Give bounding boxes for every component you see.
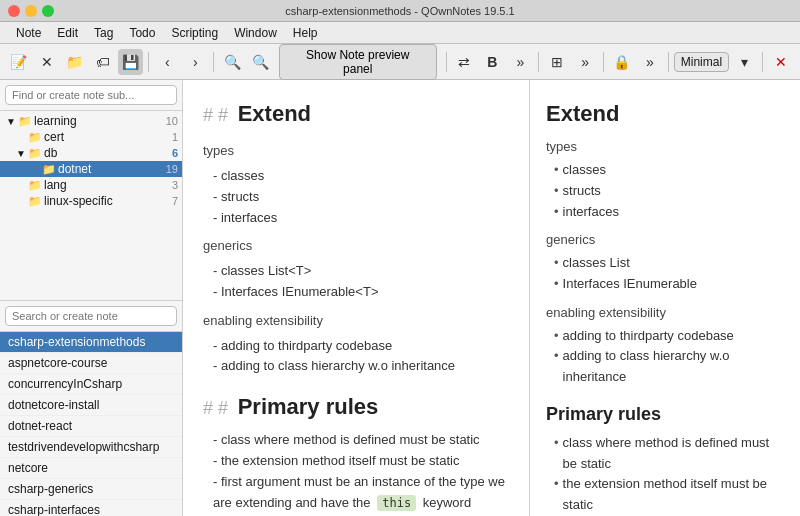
editor-section3: enabling extensibility (203, 311, 509, 332)
minimize-button[interactable] (25, 5, 37, 17)
close-panel-button[interactable]: ✕ (768, 49, 794, 75)
forward-button[interactable]: › (182, 49, 208, 75)
separator-6 (668, 52, 669, 72)
editor-title2-line: # # Primary rules (203, 389, 509, 424)
preview-bullet: classes List (546, 253, 784, 274)
menu-window[interactable]: Window (226, 24, 285, 42)
editor-list-item: - classes (203, 166, 509, 187)
note-item-dotnet-react[interactable]: dotnet-react (0, 416, 182, 437)
bold-button[interactable]: B (479, 49, 505, 75)
preview-bullet: structs (546, 181, 784, 202)
menu-todo[interactable]: Todo (121, 24, 163, 42)
remove-note-button[interactable]: ✕ (34, 49, 60, 75)
show-preview-button[interactable]: Show Note preview panel (279, 44, 437, 80)
preview-bullet: classes (546, 160, 784, 181)
preview-rule2: the extension method itself must be stat… (546, 474, 784, 516)
editor-area[interactable]: # # Extend types - classes - structs - i… (183, 80, 530, 516)
editor-title2: Primary rules (238, 394, 379, 419)
separator-2 (213, 52, 214, 72)
note-item-netcore[interactable]: netcore (0, 458, 182, 479)
preview-rule1: class where method is defined must be st… (546, 433, 784, 475)
tree-search-input[interactable] (5, 85, 177, 105)
notes-list-wrapper: csharp-extensionmethods aspnetcore-cours… (0, 332, 182, 517)
arrows-button[interactable]: ⇄ (452, 49, 478, 75)
notes-list: csharp-extensionmethods aspnetcore-cours… (0, 332, 182, 517)
editor-this-keyword: this (377, 495, 416, 511)
tree-item-linux[interactable]: 📁 linux-specific 7 (0, 193, 182, 209)
folder-icon: 📁 (28, 147, 42, 160)
preview-bullet: adding to thirdparty codebase (546, 326, 784, 347)
tree-label: dotnet (58, 162, 162, 176)
toggle-icon: ▼ (4, 116, 18, 127)
note-item-concurrency[interactable]: concurrencyInCsharp (0, 374, 182, 395)
preview-title2: Primary rules (546, 400, 784, 429)
preview-section1: types (546, 137, 784, 158)
editor-list-item: - classes List<T> (203, 261, 509, 282)
folder-icon: 📁 (42, 163, 56, 176)
tree-item-db[interactable]: ▼ 📁 db 6 (0, 145, 182, 161)
separator-4 (538, 52, 539, 72)
tree-item-lang[interactable]: 📁 lang 3 (0, 177, 182, 193)
toggle-icon: ▼ (14, 148, 28, 159)
note-item-testdriven[interactable]: testdrivendevelopwithcsharp (0, 437, 182, 458)
preview-bullet: interfaces (546, 202, 784, 223)
tree-item-cert[interactable]: 📁 cert 1 (0, 129, 182, 145)
editor-title: Extend (238, 101, 311, 126)
more3-button[interactable]: » (637, 49, 663, 75)
titlebar: csharp-extensionmethods - QOwnNotes 19.5… (0, 0, 800, 22)
tree-count: 19 (166, 163, 178, 175)
menu-tag[interactable]: Tag (86, 24, 121, 42)
editor-rule3: - first argument must be an instance of … (203, 472, 509, 516)
tree-label: linux-specific (44, 194, 168, 208)
editor-hash2: # # (203, 398, 228, 418)
note-item-aspnetcore[interactable]: aspnetcore-course (0, 353, 182, 374)
save-button[interactable]: 💾 (118, 49, 144, 75)
zoom-out-button[interactable]: 🔍 (219, 49, 245, 75)
tree-count: 1 (172, 131, 178, 143)
tree-label: db (44, 146, 168, 160)
columns-button[interactable]: ⊞ (544, 49, 570, 75)
preview-bullet: Interfaces IEnumerable (546, 274, 784, 295)
preview-list3: adding to thirdparty codebase adding to … (546, 326, 784, 388)
tree-label: lang (44, 178, 168, 192)
menu-edit[interactable]: Edit (49, 24, 86, 42)
preview-section2: generics (546, 230, 784, 251)
tree-label: learning (34, 114, 162, 128)
note-item-csharp-interfaces[interactable]: csharp-interfaces (0, 500, 182, 517)
new-note-button[interactable]: 📝 (6, 49, 32, 75)
preview-bullet: adding to class hierarchy w.o inheritanc… (546, 346, 784, 388)
close-button[interactable] (8, 5, 20, 17)
tree-count: 3 (172, 179, 178, 191)
back-button[interactable]: ‹ (154, 49, 180, 75)
preview-area: Extend types classes structs interfaces … (530, 80, 800, 516)
folder-button[interactable]: 📁 (62, 49, 88, 75)
main-content: ▼ 📁 learning 10 📁 cert 1 ▼ 📁 db 6 (0, 80, 800, 516)
notes-search-bar (0, 300, 182, 332)
separator-3 (446, 52, 447, 72)
tree-item-learning[interactable]: ▼ 📁 learning 10 (0, 113, 182, 129)
tree-item-dotnet[interactable]: 📁 dotnet 19 (0, 161, 182, 177)
more2-button[interactable]: » (572, 49, 598, 75)
lock-button[interactable]: 🔒 (609, 49, 635, 75)
editor-list-item: - adding to thirdparty codebase (203, 336, 509, 357)
zoom-in-button[interactable]: 🔍 (247, 49, 273, 75)
window-title: csharp-extensionmethods - QOwnNotes 19.5… (285, 5, 514, 17)
menu-note[interactable]: Note (8, 24, 49, 42)
dropdown-button[interactable]: ▾ (731, 49, 757, 75)
editor-list1: - classes - structs - interfaces (203, 166, 509, 228)
tree-count: 7 (172, 195, 178, 207)
menubar: Note Edit Tag Todo Scripting Window Help (0, 22, 800, 44)
note-item-dotnetcore-install[interactable]: dotnetcore-install (0, 395, 182, 416)
more-button[interactable]: » (507, 49, 533, 75)
folder-icon: 📁 (28, 131, 42, 144)
view-select[interactable]: Minimal (674, 52, 729, 72)
menu-scripting[interactable]: Scripting (163, 24, 226, 42)
menu-help[interactable]: Help (285, 24, 326, 42)
separator-5 (603, 52, 604, 72)
note-item-csharp-ext[interactable]: csharp-extensionmethods (0, 332, 182, 353)
notes-search-input[interactable] (5, 306, 177, 326)
tag-button[interactable]: 🏷 (90, 49, 116, 75)
note-item-csharp-generics[interactable]: csharp-generics (0, 479, 182, 500)
preview-title: Extend (546, 96, 784, 131)
maximize-button[interactable] (42, 5, 54, 17)
